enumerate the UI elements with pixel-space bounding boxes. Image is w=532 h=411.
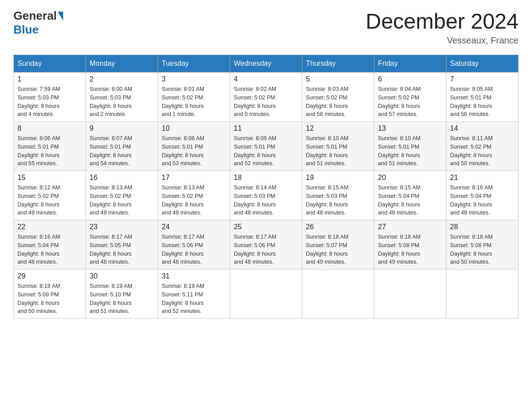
calendar-cell: 17Sunrise: 8:13 AMSunset: 5:02 PMDayligh… — [158, 171, 230, 220]
day-number: 17 — [162, 174, 226, 182]
day-number: 15 — [17, 174, 82, 182]
day-info: Sunrise: 8:13 AMSunset: 5:02 PMDaylight:… — [162, 184, 226, 217]
day-info: Sunrise: 8:18 AMSunset: 5:08 PMDaylight:… — [378, 233, 442, 266]
day-number: 10 — [162, 124, 226, 133]
calendar-cell: 28Sunrise: 8:18 AMSunset: 5:08 PMDayligh… — [446, 220, 519, 270]
calendar-cell: 23Sunrise: 8:17 AMSunset: 5:05 PMDayligh… — [86, 220, 158, 270]
calendar-cell: 3Sunrise: 8:01 AMSunset: 5:02 PMDaylight… — [158, 73, 230, 122]
calendar-week-row: 22Sunrise: 8:16 AMSunset: 5:04 PMDayligh… — [14, 220, 519, 270]
calendar-cell: 11Sunrise: 8:09 AMSunset: 5:01 PMDayligh… — [230, 122, 302, 171]
day-number: 6 — [378, 75, 442, 83]
day-number: 8 — [17, 124, 82, 133]
calendar-cell: 15Sunrise: 8:12 AMSunset: 5:02 PMDayligh… — [14, 171, 86, 220]
day-info: Sunrise: 8:03 AMSunset: 5:02 PMDaylight:… — [306, 85, 370, 119]
location-subtitle: Vesseaux, France — [365, 35, 519, 46]
calendar-cell: 16Sunrise: 8:13 AMSunset: 5:02 PMDayligh… — [86, 171, 158, 220]
calendar-day-header: Thursday — [302, 55, 374, 73]
day-info: Sunrise: 8:17 AMSunset: 5:06 PMDaylight:… — [234, 233, 298, 266]
day-info: Sunrise: 8:18 AMSunset: 5:08 PMDaylight:… — [450, 233, 515, 266]
calendar-cell: 20Sunrise: 8:15 AMSunset: 5:04 PMDayligh… — [374, 171, 446, 220]
calendar-cell — [374, 270, 446, 319]
day-number: 14 — [450, 124, 515, 133]
day-info: Sunrise: 8:11 AMSunset: 5:02 PMDaylight:… — [450, 134, 515, 168]
title-section: December 2024 Vesseaux, France — [365, 9, 519, 46]
calendar-cell: 27Sunrise: 8:18 AMSunset: 5:08 PMDayligh… — [374, 220, 446, 270]
calendar-cell — [230, 270, 302, 319]
day-info: Sunrise: 8:08 AMSunset: 5:01 PMDaylight:… — [162, 134, 226, 168]
day-number: 29 — [17, 272, 82, 280]
calendar-day-header: Sunday — [14, 55, 86, 73]
day-number: 9 — [90, 124, 154, 133]
day-info: Sunrise: 8:05 AMSunset: 5:01 PMDaylight:… — [450, 85, 515, 119]
day-number: 4 — [234, 75, 298, 83]
calendar-cell: 14Sunrise: 8:11 AMSunset: 5:02 PMDayligh… — [446, 122, 519, 171]
day-number: 7 — [450, 75, 515, 83]
day-number: 16 — [90, 174, 154, 182]
day-number: 2 — [90, 75, 154, 83]
day-number: 18 — [234, 174, 298, 182]
calendar-day-header: Saturday — [446, 55, 519, 73]
calendar-cell: 8Sunrise: 8:06 AMSunset: 5:01 PMDaylight… — [14, 122, 86, 171]
day-number: 20 — [378, 174, 442, 182]
day-info: Sunrise: 8:07 AMSunset: 5:01 PMDaylight:… — [90, 134, 154, 168]
calendar-cell: 5Sunrise: 8:03 AMSunset: 5:02 PMDaylight… — [302, 73, 374, 122]
calendar-cell: 22Sunrise: 8:16 AMSunset: 5:04 PMDayligh… — [14, 220, 86, 270]
day-number: 1 — [17, 75, 82, 83]
day-number: 23 — [90, 223, 154, 231]
calendar-cell: 1Sunrise: 7:59 AMSunset: 5:03 PMDaylight… — [14, 73, 86, 122]
day-info: Sunrise: 8:15 AMSunset: 5:04 PMDaylight:… — [378, 184, 442, 217]
day-info: Sunrise: 8:16 AMSunset: 5:04 PMDaylight:… — [450, 184, 515, 217]
day-number: 19 — [306, 174, 370, 182]
day-info: Sunrise: 8:17 AMSunset: 5:05 PMDaylight:… — [90, 233, 154, 266]
calendar-day-header: Wednesday — [230, 55, 302, 73]
day-info: Sunrise: 7:59 AMSunset: 5:03 PMDaylight:… — [17, 85, 82, 119]
calendar-cell: 2Sunrise: 8:00 AMSunset: 5:03 PMDaylight… — [86, 73, 158, 122]
calendar-cell: 10Sunrise: 8:08 AMSunset: 5:01 PMDayligh… — [158, 122, 230, 171]
calendar-cell: 21Sunrise: 8:16 AMSunset: 5:04 PMDayligh… — [446, 171, 519, 220]
day-info: Sunrise: 8:06 AMSunset: 5:01 PMDaylight:… — [17, 134, 82, 168]
day-info: Sunrise: 8:19 AMSunset: 5:10 PMDaylight:… — [90, 282, 154, 316]
calendar-day-header: Monday — [86, 55, 158, 73]
day-info: Sunrise: 8:02 AMSunset: 5:02 PMDaylight:… — [234, 85, 298, 119]
calendar-cell: 25Sunrise: 8:17 AMSunset: 5:06 PMDayligh… — [230, 220, 302, 270]
day-number: 25 — [234, 223, 298, 231]
day-info: Sunrise: 8:16 AMSunset: 5:04 PMDaylight:… — [17, 233, 82, 266]
day-info: Sunrise: 8:09 AMSunset: 5:01 PMDaylight:… — [234, 134, 298, 168]
day-info: Sunrise: 8:01 AMSunset: 5:02 PMDaylight:… — [162, 85, 226, 119]
calendar-table: SundayMondayTuesdayWednesdayThursdayFrid… — [13, 55, 519, 319]
logo-general-text: General — [13, 9, 57, 23]
day-number: 31 — [162, 272, 226, 280]
calendar-cell: 7Sunrise: 8:05 AMSunset: 5:01 PMDaylight… — [446, 73, 519, 122]
calendar-week-row: 8Sunrise: 8:06 AMSunset: 5:01 PMDaylight… — [14, 122, 519, 171]
calendar-week-row: 1Sunrise: 7:59 AMSunset: 5:03 PMDaylight… — [14, 73, 519, 122]
day-info: Sunrise: 8:10 AMSunset: 5:01 PMDaylight:… — [306, 134, 370, 168]
day-number: 24 — [162, 223, 226, 231]
page-header: General Blue December 2024 Vesseaux, Fra… — [13, 9, 519, 46]
day-number: 11 — [234, 124, 298, 133]
day-info: Sunrise: 8:15 AMSunset: 5:03 PMDaylight:… — [306, 184, 370, 217]
day-info: Sunrise: 8:19 AMSunset: 5:11 PMDaylight:… — [162, 282, 226, 316]
day-info: Sunrise: 8:14 AMSunset: 5:03 PMDaylight:… — [234, 184, 298, 217]
day-info: Sunrise: 8:13 AMSunset: 5:02 PMDaylight:… — [90, 184, 154, 217]
logo: General Blue — [13, 9, 64, 37]
day-info: Sunrise: 8:04 AMSunset: 5:02 PMDaylight:… — [378, 85, 442, 119]
month-year-title: December 2024 — [365, 9, 519, 34]
logo-arrow-icon — [58, 12, 63, 21]
calendar-header-row: SundayMondayTuesdayWednesdayThursdayFrid… — [14, 55, 519, 73]
day-number: 26 — [306, 223, 370, 231]
calendar-day-header: Tuesday — [158, 55, 230, 73]
day-info: Sunrise: 8:17 AMSunset: 5:06 PMDaylight:… — [162, 233, 226, 266]
calendar-cell: 26Sunrise: 8:18 AMSunset: 5:07 PMDayligh… — [302, 220, 374, 270]
calendar-cell: 9Sunrise: 8:07 AMSunset: 5:01 PMDaylight… — [86, 122, 158, 171]
calendar-week-row: 15Sunrise: 8:12 AMSunset: 5:02 PMDayligh… — [14, 171, 519, 220]
day-info: Sunrise: 8:18 AMSunset: 5:09 PMDaylight:… — [17, 282, 82, 316]
day-info: Sunrise: 8:00 AMSunset: 5:03 PMDaylight:… — [90, 85, 154, 119]
calendar-cell: 6Sunrise: 8:04 AMSunset: 5:02 PMDaylight… — [374, 73, 446, 122]
logo-blue-text: Blue — [13, 23, 39, 36]
calendar-cell: 30Sunrise: 8:19 AMSunset: 5:10 PMDayligh… — [86, 270, 158, 319]
calendar-cell: 12Sunrise: 8:10 AMSunset: 5:01 PMDayligh… — [302, 122, 374, 171]
calendar-week-row: 29Sunrise: 8:18 AMSunset: 5:09 PMDayligh… — [14, 270, 519, 319]
calendar-cell: 19Sunrise: 8:15 AMSunset: 5:03 PMDayligh… — [302, 171, 374, 220]
calendar-cell: 13Sunrise: 8:10 AMSunset: 5:01 PMDayligh… — [374, 122, 446, 171]
calendar-day-header: Friday — [374, 55, 446, 73]
